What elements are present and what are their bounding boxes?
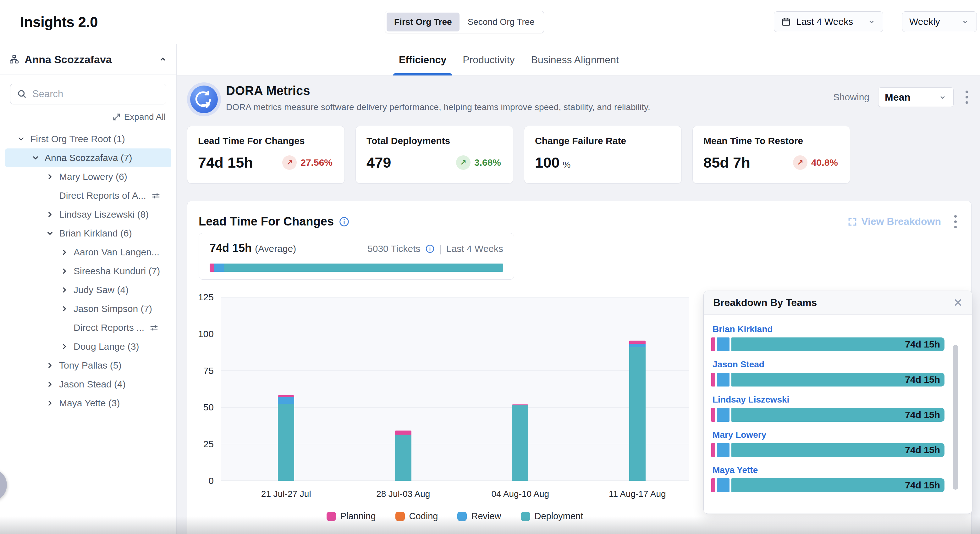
tree-item[interactable]: Aaron Van Langen... xyxy=(5,243,171,261)
dora-text: DORA Metrics DORA metrics measure softwa… xyxy=(226,84,650,112)
bar-segment-review xyxy=(717,338,730,351)
tab-efficiency[interactable]: Efficiency xyxy=(399,45,446,75)
tree-item[interactable]: Doug Lange (3) xyxy=(5,337,171,356)
period-label: Last 4 Weeks xyxy=(446,244,503,254)
chevron-right-icon[interactable] xyxy=(46,210,54,218)
chevron-right-icon[interactable] xyxy=(60,267,68,275)
legend-item-coding[interactable]: Coding xyxy=(395,511,438,521)
chevron-right-icon[interactable] xyxy=(46,173,54,181)
breakdown-bar: 74d 15h xyxy=(711,443,945,457)
chart-plot xyxy=(221,297,689,481)
lead-time-kebab-icon[interactable] xyxy=(951,212,960,231)
breakdown-row: Maya Yette74d 15h xyxy=(711,465,953,492)
expand-corners-icon xyxy=(847,217,858,227)
y-tick-label: 100 xyxy=(198,328,214,340)
tree-item[interactable]: Anna Scozzafava (7) xyxy=(5,148,171,167)
scrollbar-thumb[interactable] xyxy=(953,345,958,489)
chevron-down-icon[interactable] xyxy=(32,154,40,162)
granularity-select[interactable]: Weekly xyxy=(902,11,977,32)
filter-sliders-icon[interactable] xyxy=(151,191,161,200)
chevron-right-icon[interactable] xyxy=(60,286,68,294)
expand-all-button[interactable]: Expand All xyxy=(0,112,176,122)
tree-item-label: Direct Reports ... xyxy=(73,322,144,333)
trend-delta: 40.8% xyxy=(811,157,838,168)
chevron-right-icon[interactable] xyxy=(60,343,68,351)
chevron-right-icon[interactable] xyxy=(60,248,68,256)
chevron-down-icon xyxy=(867,17,876,26)
view-breakdown-button[interactable]: View Breakdown xyxy=(847,216,941,227)
tab-business-alignment[interactable]: Business Alignment xyxy=(531,45,619,75)
info-icon[interactable] xyxy=(339,216,350,227)
breakdown-team-link[interactable]: Brian Kirkland xyxy=(713,324,773,334)
close-icon[interactable]: ✕ xyxy=(953,297,963,309)
breakdown-value: 74d 15h xyxy=(905,339,940,350)
tree-item-label: Aaron Van Langen... xyxy=(73,247,159,258)
tab-productivity[interactable]: Productivity xyxy=(463,45,514,75)
showing-select[interactable]: Mean xyxy=(878,88,954,107)
breakdown-panel: Breakdown By Teams ✕ Brian Kirkland74d 1… xyxy=(703,290,972,514)
breakdown-team-link[interactable]: Lindsay Liszewski xyxy=(713,395,789,405)
metric-card: Change Failure Rate100% xyxy=(524,126,682,184)
info-icon[interactable] xyxy=(425,244,435,253)
tree-item[interactable]: Jason Simpson (7) xyxy=(5,300,171,318)
bar-segment-planning xyxy=(711,408,715,422)
tree-item-label: Sireesha Kunduri (7) xyxy=(73,266,160,276)
tree-item[interactable]: Judy Saw (4) xyxy=(5,281,171,300)
breakdown-team-link[interactable]: Jason Stead xyxy=(713,359,764,370)
filter-sliders-icon[interactable] xyxy=(149,323,159,332)
tree-item[interactable]: Direct Reports of A... xyxy=(5,186,171,205)
metric-cards: Lead Time For Changes74d 15h↗27.56%Total… xyxy=(187,126,850,184)
metric-card: Total Deployments479↗3.68% xyxy=(355,126,513,184)
bar-segment-planning xyxy=(512,405,528,406)
y-axis: 0255075100125 xyxy=(187,297,214,481)
bar-segment-planning xyxy=(395,430,411,435)
chevron-right-icon[interactable] xyxy=(46,380,54,388)
bar-segment-review xyxy=(717,478,730,492)
search-input[interactable] xyxy=(32,88,160,100)
chevron-right-icon[interactable] xyxy=(46,361,54,370)
dora-header: DORA Metrics DORA metrics measure softwa… xyxy=(187,84,971,124)
breakdown-team-link[interactable]: Maya Yette xyxy=(713,465,758,475)
tree-item[interactable]: Sireesha Kunduri (7) xyxy=(5,261,171,281)
tree-item[interactable]: Brian Kirkland (6) xyxy=(5,224,171,243)
tree-item[interactable]: Direct Reports ... xyxy=(5,318,171,337)
expand-all-icon xyxy=(112,113,121,121)
date-range-select[interactable]: Last 4 Weeks xyxy=(774,11,883,32)
tree-item-label: Judy Saw (4) xyxy=(73,285,129,295)
collapse-tree-icon[interactable] xyxy=(158,55,167,64)
bar-segment-planning xyxy=(278,395,294,397)
breakdown-value: 74d 15h xyxy=(905,374,940,385)
tree-item[interactable]: Tony Pallas (5) xyxy=(5,356,171,375)
toggle-first-org-tree[interactable]: First Org Tree xyxy=(387,13,460,32)
tree-item[interactable]: First Org Tree Root (1) xyxy=(5,129,171,148)
trend-up-icon: ↗ xyxy=(282,155,297,170)
distribution-segment-deployment xyxy=(224,263,503,272)
tree-item[interactable]: Lindsay Liszewski (8) xyxy=(5,205,171,224)
legend-item-planning[interactable]: Planning xyxy=(326,511,376,521)
chevron-down-icon xyxy=(961,17,970,26)
calendar-icon xyxy=(781,17,791,27)
chart-legend: PlanningCodingReviewDeployment xyxy=(221,511,689,521)
tree-item[interactable]: Mary Lowery (6) xyxy=(5,167,171,186)
chevron-right-icon[interactable] xyxy=(60,305,68,313)
chevron-down-icon[interactable] xyxy=(17,135,25,143)
trend-badge: ↗3.68% xyxy=(456,155,501,170)
toggle-second-org-tree[interactable]: Second Org Tree xyxy=(460,13,542,32)
legend-item-deployment[interactable]: Deployment xyxy=(521,511,583,521)
legend-swatch xyxy=(521,512,530,521)
bar-segment-deployment: 74d 15h xyxy=(731,338,945,351)
average-summary: 74d 15h (Average) 5030 Tickets | Last 4 … xyxy=(199,233,514,280)
y-tick-label: 125 xyxy=(198,292,214,303)
metric-card: Lead Time For Changes74d 15h↗27.56% xyxy=(187,126,345,184)
tree-item[interactable]: Maya Yette (3) xyxy=(5,394,171,413)
tree-item-label: Jason Stead (4) xyxy=(59,379,126,390)
metric-card-title: Change Failure Rate xyxy=(535,135,671,146)
dora-menu-kebab-icon[interactable] xyxy=(963,88,971,107)
chevron-right-icon[interactable] xyxy=(46,399,54,407)
chevron-down-icon[interactable] xyxy=(46,229,54,238)
legend-item-review[interactable]: Review xyxy=(457,511,501,521)
granularity-value: Weekly xyxy=(909,16,940,27)
bar-segment-planning xyxy=(629,341,646,344)
breakdown-team-link[interactable]: Mary Lowery xyxy=(713,430,766,440)
tree-item[interactable]: Jason Stead (4) xyxy=(5,375,171,394)
